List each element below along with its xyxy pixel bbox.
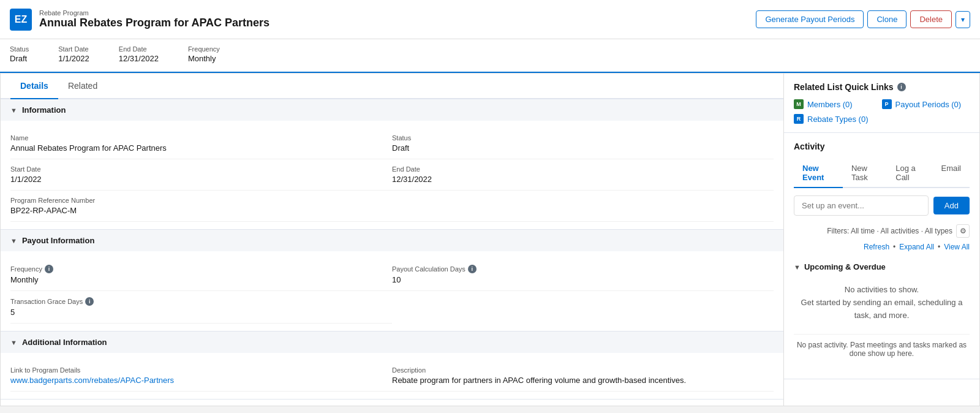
header-actions: Generate Payout Periods Clone Delete ▾ — [756, 10, 970, 28]
start-date-value: 1/1/2022 — [58, 54, 89, 63]
payout-calc-info-icon[interactable]: i — [468, 265, 477, 273]
upcoming-section: ▼ Upcoming & Overdue No activities to sh… — [794, 256, 970, 370]
field-end-date: End Date 12/31/2022 — [392, 159, 774, 191]
sidebar: Related List Quick Links i M Members (0)… — [784, 73, 980, 406]
additional-section-header[interactable]: ▼ Additional Information — [1, 332, 783, 353]
field-status: Status Draft — [392, 128, 774, 159]
app-icon: EZ — [10, 9, 32, 31]
refresh-link[interactable]: Refresh — [864, 243, 889, 251]
activity-tab-new-task[interactable]: New Task — [843, 159, 887, 188]
payout-section-body: Frequency i Monthly Payout Calculation D… — [1, 251, 783, 331]
main-layout: Details Related ▼ Information Name Annua… — [0, 73, 980, 406]
main-content: Details Related ▼ Information Name Annua… — [0, 73, 784, 406]
payout-section-header[interactable]: ▼ Payout Information — [1, 230, 783, 251]
quick-links-section: Related List Quick Links i M Members (0)… — [784, 74, 979, 133]
upcoming-header[interactable]: ▼ Upcoming & Overdue — [794, 262, 970, 271]
field-end-date-label: End Date — [392, 165, 769, 173]
field-payout-calc: Payout Calculation Days i 10 — [392, 259, 774, 291]
upcoming-chevron: ▼ — [794, 263, 801, 271]
field-program-ref-value: BP22-RP-APAC-M — [10, 206, 769, 215]
meta-row: Status Draft Start Date 1/1/2022 End Dat… — [0, 39, 980, 73]
field-frequency: Frequency i Monthly — [10, 259, 392, 291]
header: EZ Rebate Program Annual Rebates Program… — [0, 0, 980, 39]
activity-links: Refresh • Expand All • View All — [794, 240, 970, 256]
header-title: Annual Rebates Program for APAC Partners — [39, 17, 270, 29]
quick-links-grid: M Members (0) P Payout Periods (0) R Reb… — [794, 99, 970, 124]
filters-text: Filters: All time · All activities · All… — [827, 227, 952, 235]
field-end-date-value: 12/31/2022 — [392, 175, 769, 184]
information-section-header[interactable]: ▼ Information — [1, 99, 783, 121]
field-start-date: Start Date 1/1/2022 — [10, 159, 392, 191]
filters-gear-button[interactable]: ⚙ — [956, 224, 970, 238]
information-title: Information — [22, 105, 66, 115]
actions-dropdown-button[interactable]: ▾ — [956, 11, 970, 28]
information-fields-grid: Name Annual Rebates Program for APAC Par… — [10, 128, 774, 222]
event-input[interactable] — [794, 195, 929, 216]
empty-line-2: Get started by sending an email, schedul… — [794, 297, 970, 322]
frequency-value: Monthly — [188, 54, 220, 63]
meta-status: Status Draft — [10, 45, 29, 63]
additional-chevron: ▼ — [10, 339, 17, 346]
meta-end-date: End Date 12/31/2022 — [119, 45, 159, 63]
tab-details[interactable]: Details — [10, 74, 58, 99]
information-section-body: Name Annual Rebates Program for APAC Par… — [1, 121, 783, 229]
generate-payout-button[interactable]: Generate Payout Periods — [756, 10, 864, 28]
payout-periods-icon: P — [882, 99, 892, 109]
field-start-date-label: Start Date — [10, 165, 387, 173]
activity-input-row: Add — [794, 195, 970, 216]
meta-frequency: Frequency Monthly — [188, 45, 220, 63]
field-link-value[interactable]: www.badgerparts.com/rebates/APAC-Partner… — [10, 376, 387, 385]
payout-section: ▼ Payout Information Frequency i Monthly… — [1, 230, 783, 332]
activity-title: Activity — [794, 142, 970, 151]
payout-title: Payout Information — [22, 236, 94, 245]
field-program-ref: Program Reference Number BP22-RP-APAC-M — [10, 191, 774, 222]
quick-link-rebate-types[interactable]: R Rebate Types (0) — [794, 114, 882, 124]
add-event-button[interactable]: Add — [933, 197, 970, 214]
field-program-ref-label: Program Reference Number — [10, 197, 769, 204]
field-description-value: Rebate program for partners in APAC offe… — [392, 376, 769, 385]
end-date-value: 12/31/2022 — [119, 54, 159, 63]
field-payout-calc-value: 10 — [392, 275, 769, 284]
members-icon: M — [794, 99, 804, 109]
view-all-link[interactable]: View All — [944, 243, 970, 251]
field-transaction-grace-label: Transaction Grace Days i — [10, 297, 387, 306]
frequency-info-icon[interactable]: i — [45, 265, 53, 273]
header-title-group: Rebate Program Annual Rebates Program fo… — [39, 9, 270, 29]
information-section: ▼ Information Name Annual Rebates Progra… — [1, 99, 783, 230]
quick-links-info-icon[interactable]: i — [897, 83, 906, 91]
activity-tab-new-event[interactable]: New Event — [794, 159, 843, 188]
expand-all-link[interactable]: Expand All — [899, 243, 934, 251]
information-chevron: ▼ — [10, 107, 17, 114]
header-left: EZ Rebate Program Annual Rebates Program… — [10, 9, 270, 31]
status-label: Status — [10, 45, 29, 53]
delete-button[interactable]: Delete — [910, 10, 952, 28]
activity-tab-email[interactable]: Email — [932, 159, 970, 188]
field-description-label: Description — [392, 366, 769, 374]
field-start-date-value: 1/1/2022 — [10, 175, 387, 184]
main-tabs: Details Related — [1, 74, 783, 99]
quick-link-payout-periods[interactable]: P Payout Periods (0) — [882, 99, 970, 109]
additional-section-body: Link to Program Details www.badgerparts.… — [1, 353, 783, 399]
rebate-types-icon: R — [794, 114, 804, 124]
payout-fields-grid: Frequency i Monthly Payout Calculation D… — [10, 259, 774, 324]
clone-button[interactable]: Clone — [867, 10, 907, 28]
activity-tab-log-call[interactable]: Log a Call — [887, 159, 932, 188]
quick-links-title: Related List Quick Links i — [794, 82, 970, 92]
transaction-grace-info-icon[interactable]: i — [85, 297, 94, 306]
frequency-label: Frequency — [188, 45, 220, 53]
field-link-label: Link to Program Details — [10, 366, 387, 374]
tab-related[interactable]: Related — [58, 74, 107, 99]
quick-link-members[interactable]: M Members (0) — [794, 99, 882, 109]
additional-fields-grid: Link to Program Details www.badgerparts.… — [10, 360, 774, 392]
activity-section: Activity New Event New Task Log a Call E… — [784, 133, 979, 379]
members-link-label: Members (0) — [807, 100, 853, 109]
field-frequency-label: Frequency i — [10, 265, 387, 273]
dot-sep-2: • — [938, 243, 940, 251]
field-name: Name Annual Rebates Program for APAC Par… — [10, 128, 392, 159]
field-transaction-grace-value: 5 — [10, 308, 387, 317]
empty-activity-message: No activities to show. Get started by se… — [794, 276, 970, 329]
field-name-label: Name — [10, 134, 387, 142]
rebate-types-link-label: Rebate Types (0) — [807, 115, 868, 124]
field-frequency-value: Monthly — [10, 275, 387, 284]
additional-section: ▼ Additional Information Link to Program… — [1, 332, 783, 400]
